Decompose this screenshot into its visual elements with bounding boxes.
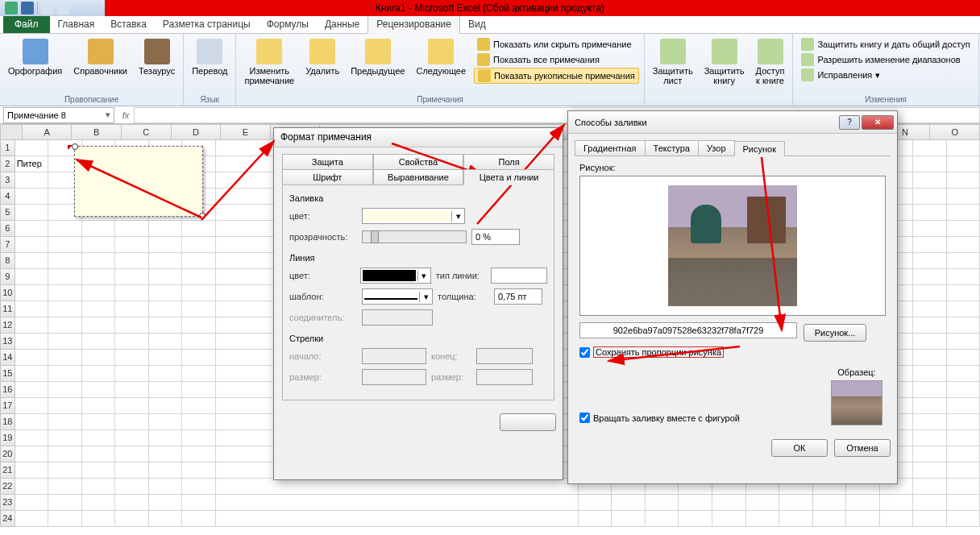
cell[interactable]: [82, 398, 116, 414]
cell[interactable]: [15, 382, 49, 398]
cell[interactable]: [182, 414, 216, 430]
col-D[interactable]: D: [172, 124, 222, 140]
cell[interactable]: [149, 350, 183, 366]
cell[interactable]: [15, 140, 49, 156]
cell[interactable]: [913, 253, 947, 269]
show-all-comments-button[interactable]: Показать все примечания: [474, 52, 639, 67]
tab-margins[interactable]: Поля: [463, 154, 554, 170]
row-header-15[interactable]: 15: [0, 366, 15, 382]
cell[interactable]: [82, 301, 116, 317]
cell[interactable]: [913, 479, 947, 495]
cell[interactable]: [679, 495, 712, 511]
cell[interactable]: [15, 495, 49, 511]
cell[interactable]: [15, 430, 49, 446]
research-button[interactable]: Справочники: [70, 37, 131, 77]
spelling-button[interactable]: Орфография: [5, 37, 65, 77]
cell[interactable]: [48, 366, 82, 382]
cell[interactable]: [947, 156, 980, 172]
cell[interactable]: [48, 317, 82, 334]
cell[interactable]: [115, 479, 149, 495]
row-header-10[interactable]: 10: [0, 285, 15, 301]
cell[interactable]: [712, 495, 746, 511]
cell[interactable]: [646, 511, 679, 527]
cell[interactable]: [149, 495, 183, 511]
col-E[interactable]: E: [221, 124, 271, 140]
cell[interactable]: [149, 237, 183, 253]
cell[interactable]: [149, 301, 183, 317]
undo-icon[interactable]: [41, 2, 54, 15]
edit-comment-button[interactable]: Изменить примечание: [241, 37, 297, 87]
cell[interactable]: [947, 221, 980, 237]
row-header-5[interactable]: 5: [0, 205, 15, 221]
fill-color-dropdown[interactable]: ▾: [362, 208, 465, 224]
cell[interactable]: [15, 205, 49, 221]
slider-thumb[interactable]: [371, 230, 379, 243]
cell[interactable]: [149, 366, 183, 382]
cell[interactable]: [15, 221, 49, 237]
cell[interactable]: [82, 350, 116, 366]
cell[interactable]: [15, 350, 49, 366]
comment-box[interactable]: [74, 146, 203, 217]
cell[interactable]: [913, 269, 947, 285]
cell[interactable]: [947, 350, 980, 366]
tab-file[interactable]: Файл: [3, 15, 50, 33]
cell[interactable]: [947, 253, 980, 269]
col-C[interactable]: C: [122, 124, 172, 140]
cell[interactable]: [115, 398, 149, 414]
cell[interactable]: [947, 301, 980, 317]
prev-comment-button[interactable]: Предыдущее: [347, 37, 408, 77]
cell[interactable]: [115, 414, 149, 430]
cell[interactable]: [115, 366, 149, 382]
cell[interactable]: [712, 511, 746, 527]
chevron-down-icon[interactable]: ▾: [106, 110, 110, 120]
cell[interactable]: [15, 189, 49, 205]
cell[interactable]: [149, 317, 183, 334]
cell[interactable]: [913, 414, 947, 430]
cell[interactable]: [182, 253, 216, 269]
cell[interactable]: [115, 334, 149, 350]
cell[interactable]: [149, 221, 183, 237]
cell[interactable]: [216, 495, 579, 511]
cell[interactable]: [115, 430, 149, 446]
cell[interactable]: [913, 205, 947, 221]
cell[interactable]: [913, 334, 947, 350]
chevron-down-icon[interactable]: ▾: [417, 271, 430, 281]
rotate-fill-input[interactable]: [579, 413, 590, 423]
cell[interactable]: [82, 334, 116, 350]
cell[interactable]: [149, 269, 183, 285]
cell[interactable]: [913, 446, 947, 462]
cell[interactable]: [913, 495, 947, 511]
format-ok-button[interactable]: [500, 413, 556, 431]
cell[interactable]: [82, 269, 116, 285]
cell[interactable]: [746, 495, 780, 511]
cell[interactable]: [182, 366, 216, 382]
cell[interactable]: [913, 462, 947, 479]
chevron-down-icon[interactable]: ▾: [419, 292, 432, 302]
cell[interactable]: [149, 285, 183, 301]
cell[interactable]: [612, 495, 646, 511]
row-header-21[interactable]: 21: [0, 462, 15, 479]
cell[interactable]: [182, 479, 216, 495]
cell[interactable]: [813, 495, 847, 511]
cell[interactable]: [115, 382, 149, 398]
tab-font[interactable]: Шрифт: [282, 169, 373, 185]
cell[interactable]: [182, 430, 216, 446]
cell[interactable]: [913, 317, 947, 334]
cell[interactable]: [48, 237, 82, 253]
show-hide-comment-button[interactable]: Показать или скрыть примечание: [474, 37, 639, 52]
tab-formulas[interactable]: Формулы: [259, 15, 317, 33]
tab-gradient[interactable]: Градиентная: [575, 140, 646, 156]
share-book-button[interactable]: Доступ к книге: [753, 37, 788, 87]
cell[interactable]: [115, 511, 149, 527]
cell[interactable]: [579, 495, 612, 511]
row-header-11[interactable]: 11: [0, 301, 15, 317]
cell[interactable]: [947, 140, 980, 156]
cell[interactable]: [913, 398, 947, 414]
cell[interactable]: [15, 414, 49, 430]
cell[interactable]: [48, 382, 82, 398]
cell[interactable]: [48, 462, 82, 479]
save-icon[interactable]: [21, 2, 34, 15]
lock-aspect-checkbox[interactable]: Сохранять пропорции рисунка: [579, 346, 886, 358]
cell[interactable]: [15, 285, 49, 301]
cell[interactable]: [15, 172, 49, 189]
